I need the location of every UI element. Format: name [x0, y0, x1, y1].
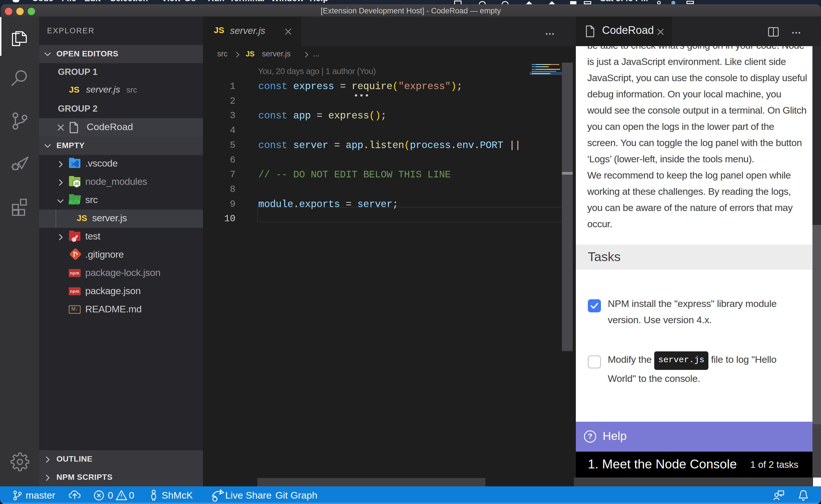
svg-text:</>: </> — [70, 199, 80, 206]
svg-text:JS: JS — [74, 181, 79, 186]
svg-text:?: ? — [588, 432, 592, 441]
